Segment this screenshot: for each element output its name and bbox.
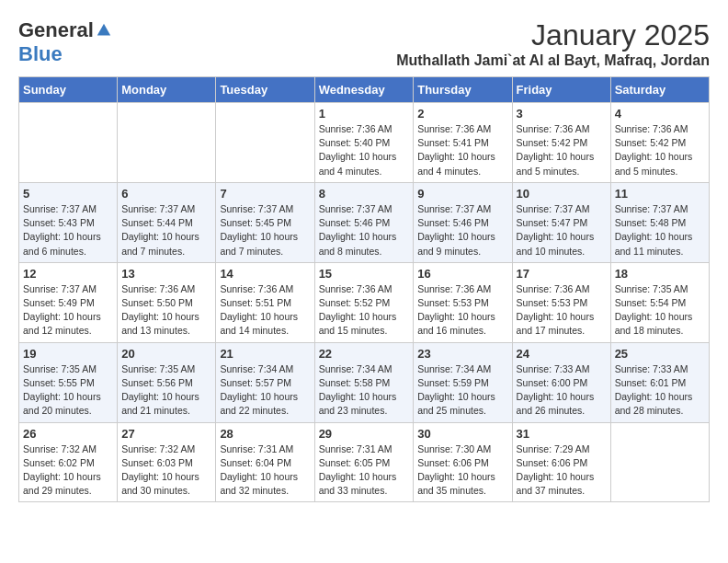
day-info: Sunrise: 7:35 AMSunset: 5:55 PMDaylight:… [23, 362, 113, 419]
calendar-cell: 16Sunrise: 7:36 AMSunset: 5:53 PMDayligh… [414, 262, 512, 342]
calendar-cell: 3Sunrise: 7:36 AMSunset: 5:42 PMDaylight… [512, 103, 610, 183]
day-info: Sunrise: 7:35 AMSunset: 5:54 PMDaylight:… [615, 282, 705, 339]
day-number: 31 [517, 427, 607, 441]
day-number: 27 [121, 427, 211, 441]
day-info: Sunrise: 7:34 AMSunset: 5:59 PMDaylight:… [417, 362, 507, 419]
day-number: 13 [121, 267, 211, 281]
calendar-cell [118, 103, 216, 183]
logo: General Blue [18, 18, 112, 66]
calendar-cell: 19Sunrise: 7:35 AMSunset: 5:55 PMDayligh… [19, 342, 118, 422]
calendar-header: SundayMondayTuesdayWednesdayThursdayFrid… [19, 77, 710, 103]
month-title: January 2025 [396, 18, 710, 52]
calendar-cell: 22Sunrise: 7:34 AMSunset: 5:58 PMDayligh… [314, 342, 414, 422]
calendar-week-row: 19Sunrise: 7:35 AMSunset: 5:55 PMDayligh… [19, 342, 710, 422]
day-info: Sunrise: 7:32 AMSunset: 6:02 PMDaylight:… [23, 442, 113, 499]
day-number: 2 [417, 107, 507, 121]
calendar-week-row: 1Sunrise: 7:36 AMSunset: 5:40 PMDaylight… [19, 103, 710, 183]
calendar-cell: 4Sunrise: 7:36 AMSunset: 5:42 PMDaylight… [610, 103, 709, 183]
weekday-header-wednesday: Wednesday [314, 77, 414, 103]
day-info: Sunrise: 7:36 AMSunset: 5:40 PMDaylight:… [319, 122, 410, 178]
day-number: 24 [517, 347, 607, 361]
day-info: Sunrise: 7:36 AMSunset: 5:53 PMDaylight:… [517, 282, 607, 339]
day-info: Sunrise: 7:36 AMSunset: 5:52 PMDaylight:… [319, 282, 410, 339]
calendar-week-row: 12Sunrise: 7:37 AMSunset: 5:49 PMDayligh… [19, 262, 710, 342]
calendar-cell: 30Sunrise: 7:30 AMSunset: 6:06 PMDayligh… [414, 422, 512, 502]
day-number: 26 [23, 427, 113, 441]
day-number: 21 [220, 347, 310, 361]
day-info: Sunrise: 7:29 AMSunset: 6:06 PMDaylight:… [517, 442, 607, 499]
day-info: Sunrise: 7:36 AMSunset: 5:50 PMDaylight:… [121, 282, 211, 339]
day-number: 30 [417, 427, 507, 441]
day-info: Sunrise: 7:37 AMSunset: 5:46 PMDaylight:… [417, 202, 507, 259]
day-number: 5 [23, 187, 113, 201]
day-number: 7 [220, 187, 310, 201]
day-info: Sunrise: 7:32 AMSunset: 6:03 PMDaylight:… [121, 442, 211, 499]
calendar-body: 1Sunrise: 7:36 AMSunset: 5:40 PMDaylight… [19, 103, 710, 502]
calendar-cell: 25Sunrise: 7:33 AMSunset: 6:01 PMDayligh… [610, 342, 709, 422]
day-info: Sunrise: 7:37 AMSunset: 5:46 PMDaylight:… [319, 202, 410, 259]
calendar-cell: 27Sunrise: 7:32 AMSunset: 6:03 PMDayligh… [118, 422, 216, 502]
calendar-cell: 24Sunrise: 7:33 AMSunset: 6:00 PMDayligh… [512, 342, 610, 422]
day-info: Sunrise: 7:37 AMSunset: 5:44 PMDaylight:… [121, 202, 211, 259]
calendar-cell: 1Sunrise: 7:36 AMSunset: 5:40 PMDaylight… [314, 103, 414, 183]
calendar-cell: 31Sunrise: 7:29 AMSunset: 6:06 PMDayligh… [512, 422, 610, 502]
day-number: 12 [23, 267, 113, 281]
day-number: 4 [615, 107, 705, 121]
day-info: Sunrise: 7:36 AMSunset: 5:41 PMDaylight:… [417, 122, 507, 178]
logo-blue-text: Blue [18, 42, 63, 65]
day-number: 9 [417, 187, 507, 201]
day-info: Sunrise: 7:37 AMSunset: 5:43 PMDaylight:… [23, 202, 113, 259]
calendar-cell: 5Sunrise: 7:37 AMSunset: 5:43 PMDaylight… [19, 182, 118, 262]
day-info: Sunrise: 7:31 AMSunset: 6:05 PMDaylight:… [319, 442, 410, 499]
day-number: 28 [220, 427, 310, 441]
weekday-row: SundayMondayTuesdayWednesdayThursdayFrid… [19, 77, 710, 103]
day-number: 18 [615, 267, 705, 281]
calendar-cell: 11Sunrise: 7:37 AMSunset: 5:48 PMDayligh… [610, 182, 709, 262]
day-info: Sunrise: 7:37 AMSunset: 5:48 PMDaylight:… [615, 202, 705, 259]
calendar-cell: 7Sunrise: 7:37 AMSunset: 5:45 PMDaylight… [216, 182, 314, 262]
day-number: 8 [319, 187, 410, 201]
day-number: 10 [517, 187, 607, 201]
calendar-cell [19, 103, 118, 183]
day-number: 23 [417, 347, 507, 361]
calendar-week-row: 5Sunrise: 7:37 AMSunset: 5:43 PMDaylight… [19, 182, 710, 262]
calendar-cell: 17Sunrise: 7:36 AMSunset: 5:53 PMDayligh… [512, 262, 610, 342]
calendar-cell: 20Sunrise: 7:35 AMSunset: 5:56 PMDayligh… [118, 342, 216, 422]
weekday-header-monday: Monday [118, 77, 216, 103]
day-info: Sunrise: 7:33 AMSunset: 6:00 PMDaylight:… [517, 362, 607, 419]
day-info: Sunrise: 7:35 AMSunset: 5:56 PMDaylight:… [121, 362, 211, 419]
calendar-table: SundayMondayTuesdayWednesdayThursdayFrid… [18, 76, 710, 502]
calendar-cell: 15Sunrise: 7:36 AMSunset: 5:52 PMDayligh… [314, 262, 414, 342]
day-number: 20 [121, 347, 211, 361]
calendar-cell: 6Sunrise: 7:37 AMSunset: 5:44 PMDaylight… [118, 182, 216, 262]
calendar-cell: 8Sunrise: 7:37 AMSunset: 5:46 PMDaylight… [314, 182, 414, 262]
day-number: 15 [319, 267, 410, 281]
logo-general-text: General [18, 18, 94, 42]
calendar-cell: 2Sunrise: 7:36 AMSunset: 5:41 PMDaylight… [414, 103, 512, 183]
location-title: Muthallath Jami`at Al al Bayt, Mafraq, J… [396, 52, 710, 69]
calendar-cell: 9Sunrise: 7:37 AMSunset: 5:46 PMDaylight… [414, 182, 512, 262]
day-number: 16 [417, 267, 507, 281]
day-number: 19 [23, 347, 113, 361]
day-info: Sunrise: 7:36 AMSunset: 5:51 PMDaylight:… [220, 282, 310, 339]
day-info: Sunrise: 7:31 AMSunset: 6:04 PMDaylight:… [220, 442, 310, 499]
day-info: Sunrise: 7:37 AMSunset: 5:49 PMDaylight:… [23, 282, 113, 339]
logo-triangle-icon [96, 22, 112, 39]
day-number: 25 [615, 347, 705, 361]
weekday-header-saturday: Saturday [610, 77, 709, 103]
calendar-cell: 10Sunrise: 7:37 AMSunset: 5:47 PMDayligh… [512, 182, 610, 262]
day-info: Sunrise: 7:37 AMSunset: 5:47 PMDaylight:… [517, 202, 607, 259]
day-info: Sunrise: 7:36 AMSunset: 5:42 PMDaylight:… [517, 122, 607, 178]
day-number: 17 [517, 267, 607, 281]
calendar-cell [216, 103, 314, 183]
day-number: 22 [319, 347, 410, 361]
day-number: 14 [220, 267, 310, 281]
weekday-header-friday: Friday [512, 77, 610, 103]
calendar-cell: 13Sunrise: 7:36 AMSunset: 5:50 PMDayligh… [118, 262, 216, 342]
calendar-cell: 26Sunrise: 7:32 AMSunset: 6:02 PMDayligh… [19, 422, 118, 502]
calendar-cell: 28Sunrise: 7:31 AMSunset: 6:04 PMDayligh… [216, 422, 314, 502]
day-info: Sunrise: 7:37 AMSunset: 5:45 PMDaylight:… [220, 202, 310, 259]
day-number: 6 [121, 187, 211, 201]
calendar-cell: 12Sunrise: 7:37 AMSunset: 5:49 PMDayligh… [19, 262, 118, 342]
day-number: 3 [517, 107, 607, 121]
